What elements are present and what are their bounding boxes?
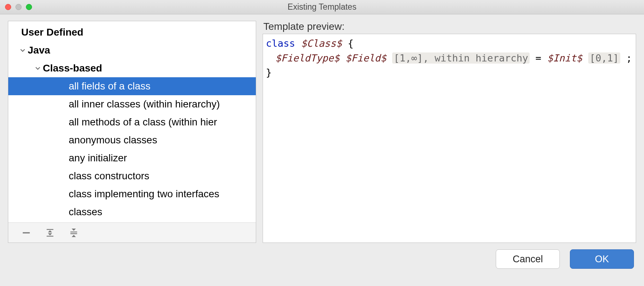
tree-toolbar xyxy=(8,222,256,243)
template-var: $Class$ xyxy=(301,38,342,49)
tree-item-anonymous-classes[interactable]: anonymous classes xyxy=(8,131,256,149)
tree-item-all-fields[interactable]: all fields of a class xyxy=(8,77,256,95)
tree-item-class-constructors[interactable]: class constructors xyxy=(8,167,256,185)
tree-node-class-based[interactable]: Class-based xyxy=(8,59,256,77)
traffic-lights xyxy=(5,4,32,10)
tree-label: Java xyxy=(28,45,50,56)
tree-label: all inner classes (within hierarchy) xyxy=(69,98,220,110)
tree-label: class implementing two interfaces xyxy=(69,188,219,200)
brace: } xyxy=(266,67,272,78)
preview-panel: Template preview: class $Class$ { $Field… xyxy=(263,21,636,243)
template-var: $Init$ xyxy=(547,52,582,64)
tree-item-all-inner-classes[interactable]: all inner classes (within hierarchy) xyxy=(8,95,256,113)
tree-item-all-methods[interactable]: all methods of a class (within hier xyxy=(8,113,256,131)
tree-label: class constructors xyxy=(69,170,149,182)
cardinality-hint: [0,1] xyxy=(588,52,620,64)
cancel-button[interactable]: Cancel xyxy=(496,249,560,269)
tree-label: Class-based xyxy=(43,63,102,74)
preview-code: class $Class$ { $FieldType$ $Field$ [1,∞… xyxy=(263,34,636,243)
preview-label: Template preview: xyxy=(263,21,636,32)
chevron-down-icon[interactable] xyxy=(19,48,26,53)
tree-label: all methods of a class (within hier xyxy=(69,116,217,128)
tree-label: all fields of a class xyxy=(69,80,150,92)
close-window-icon[interactable] xyxy=(5,4,11,10)
tree-label: any initializer xyxy=(69,152,127,164)
templates-tree-panel: User Defined Java Class-based all fields… xyxy=(8,21,256,243)
tree-label: anonymous classes xyxy=(69,134,157,146)
button-label: OK xyxy=(595,254,609,265)
tree-label: User Defined xyxy=(21,27,83,38)
keyword: class xyxy=(266,38,295,49)
code-line: class $Class$ { xyxy=(266,36,633,51)
collapse-all-icon[interactable] xyxy=(68,227,80,239)
tree-node-java[interactable]: Java xyxy=(8,41,256,59)
svg-rect-0 xyxy=(23,232,30,233)
code-line: $FieldType$ $Field$ [1,∞], within hierar… xyxy=(266,51,633,66)
tree-item-class-implementing-two-interfaces[interactable]: class implementing two interfaces xyxy=(8,185,256,203)
titlebar: Existing Templates xyxy=(0,0,644,14)
minimize-window-icon xyxy=(15,4,22,10)
ok-button[interactable]: OK xyxy=(570,249,634,269)
window-title: Existing Templates xyxy=(0,2,644,12)
chevron-down-icon[interactable] xyxy=(34,66,41,71)
template-var: $FieldType$ xyxy=(275,52,340,64)
template-var: $Field$ xyxy=(345,52,386,64)
expand-all-icon[interactable] xyxy=(44,227,56,239)
dialog-footer: Cancel OK xyxy=(0,243,644,275)
brace: { xyxy=(348,38,354,49)
semicolon: ; xyxy=(626,52,632,64)
cardinality-hint: [1,∞], within hierarchy xyxy=(392,52,530,64)
tree-item-any-initializer[interactable]: any initializer xyxy=(8,149,256,167)
equals: = xyxy=(535,52,541,64)
tree-label: classes xyxy=(69,206,102,218)
remove-icon[interactable] xyxy=(21,227,32,239)
button-label: Cancel xyxy=(513,254,543,265)
zoom-window-icon[interactable] xyxy=(26,4,32,10)
templates-tree[interactable]: User Defined Java Class-based all fields… xyxy=(8,21,256,222)
code-line: } xyxy=(266,65,633,80)
tree-node-user-defined[interactable]: User Defined xyxy=(8,23,256,41)
dialog-content: User Defined Java Class-based all fields… xyxy=(0,14,644,243)
tree-item-classes[interactable]: classes xyxy=(8,203,256,221)
